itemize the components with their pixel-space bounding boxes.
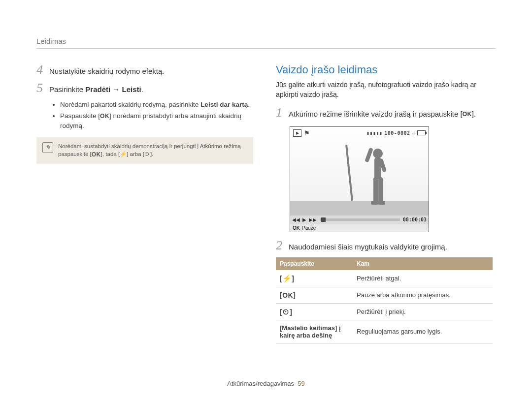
- fwd-icon: ▶▶: [309, 217, 317, 222]
- svg-rect-6: [371, 201, 378, 205]
- breadcrumb: Leidimas: [36, 37, 496, 48]
- note-box: ✎ Norėdami sustabdyti skaidrių demonstra…: [36, 137, 253, 163]
- bullet1b: Leisti dar kartą: [200, 101, 248, 108]
- battery-icon: [417, 130, 426, 135]
- time-text: 00:00:03: [403, 217, 429, 222]
- footer-text: Atkūrimas/redagavimas: [227, 380, 294, 387]
- bullet-1: Norėdami pakartoti skaidrių rodymą, pasi…: [60, 100, 253, 110]
- svg-rect-7: [378, 201, 385, 205]
- step-1: 1 Atkūrimo režime išrinkite vaizdo įrašą…: [276, 106, 493, 120]
- video-screen-preview: ▶ ⚑ ▮▮▮▮▮ 100-0002 ▭: [290, 126, 493, 232]
- step5-bold: Pradėti → Leisti: [85, 85, 141, 93]
- step5-prefix: Pasirinkite: [49, 85, 85, 93]
- step-5: 5 Pasirinkite Pradėti → Leisti.: [36, 82, 253, 95]
- bullet1c: .: [248, 101, 250, 108]
- step-4: 4 Nustatykite skaidrių rodymo efektą.: [36, 63, 253, 77]
- desc-3: Reguliuojamas garsumo lygis.: [353, 320, 493, 343]
- table-row: [⚡] Peržiūrėti atgal.: [276, 270, 493, 287]
- svg-rect-4: [373, 177, 378, 203]
- ok-icon: OK: [100, 113, 109, 120]
- progress-bar: ◀◀ ▶ ▶▶ 00:00:03: [290, 216, 429, 224]
- step5-bullets: Norėdami pakartoti skaidrių rodymą, pasi…: [60, 100, 253, 131]
- left-column: 4 Nustatykite skaidrių rodymo efektą. 5 …: [36, 63, 253, 343]
- note-mid: ], tada [: [101, 151, 120, 157]
- timer-icon: [⏲]: [280, 308, 292, 316]
- step5-suffix: .: [141, 85, 143, 93]
- th-press: Paspauskite: [276, 257, 353, 270]
- step-2-text: Naudodamiesi šiais mygtukais valdykite g…: [289, 242, 447, 252]
- flash-icon: ⚡: [120, 151, 127, 157]
- step-number-4: 4: [36, 63, 49, 76]
- step-1-text: Atkūrimo režime išrinkite vaizdo įrašą i…: [289, 109, 476, 120]
- step-number-1: 1: [276, 106, 289, 119]
- note-mid2: ] arba [: [127, 151, 144, 157]
- table-row: [OK] Pauzė arba atkūrimo pratęsimas.: [276, 287, 493, 303]
- step-number-5: 5: [36, 82, 49, 94]
- svg-point-0: [373, 149, 383, 158]
- step1a: Atkūrimo režime išrinkite vaizdo įrašą i…: [289, 110, 463, 118]
- flag-icon: ⚑: [304, 129, 310, 137]
- section-title: Vaizdo įrašo leidimas: [276, 63, 493, 76]
- right-column: Vaizdo įrašo leidimas Jūs galite atkurti…: [276, 63, 493, 343]
- zoom-label: [Mastelio keitimas] į kairę arba dešinę: [280, 324, 341, 339]
- desc-2: Peržiūrėti į priekį.: [353, 303, 493, 320]
- page-footer: Atkūrimas/redagavimas 59: [0, 380, 532, 387]
- step-4-text: Nustatykite skaidrių rodymo efektą.: [49, 66, 164, 77]
- flash-icon: [⚡]: [280, 274, 294, 282]
- bullet1a: Norėdami pakartoti skaidrių rodymą, pasi…: [60, 101, 200, 108]
- step-5-text: Pasirinkite Pradėti → Leisti.: [49, 84, 143, 95]
- card-icon: ▭: [412, 130, 415, 136]
- table-row: [⏲] Peržiūrėti į priekį.: [276, 303, 493, 320]
- note-icon: ✎: [42, 142, 53, 153]
- desc-0: Peržiūrėti atgal.: [353, 270, 493, 287]
- bullet-2: Paspauskite [OK] norėdami pristabdyti ar…: [60, 111, 253, 130]
- note-text: Norėdami sustabdyti skaidrių demonstraci…: [58, 142, 247, 158]
- step1b: ].: [472, 110, 476, 118]
- ok-label: OK: [293, 225, 300, 231]
- note-end: ].: [150, 151, 153, 157]
- controls-table: Paspauskite Kam [⚡] Peržiūrėti atgal. [O…: [276, 257, 493, 343]
- step-2: 2 Naudodamiesi šiais mygtukais valdykite…: [276, 239, 493, 252]
- ok-icon: [OK]: [280, 291, 296, 299]
- bullet2a: Paspauskite [: [60, 112, 100, 120]
- table-row: [Mastelio keitimas] į kairę arba dešinę …: [276, 320, 493, 343]
- ok-bar: OK Pauzė: [290, 224, 429, 232]
- person-silhouette: [363, 147, 391, 216]
- ok-icon: OK: [463, 111, 472, 118]
- th-for: Kam: [353, 257, 493, 270]
- step-number-2: 2: [276, 239, 289, 252]
- counter-text: 100-0002: [384, 130, 410, 136]
- page-number: 59: [298, 380, 304, 387]
- pause-label: Pauzė: [302, 225, 316, 231]
- play-icon: ▶: [302, 217, 306, 222]
- rewind-icon: ◀◀: [292, 217, 300, 222]
- svg-rect-5: [378, 177, 383, 203]
- intro-text: Jūs galite atkurti vaizdo įrašą, nufotog…: [276, 80, 493, 99]
- timer-icon: ⏲: [144, 151, 150, 157]
- header-rule: [36, 48, 496, 49]
- desc-1: Pauzė arba atkūrimo pratęsimas.: [353, 287, 493, 303]
- svg-rect-2: [365, 147, 373, 162]
- playmode-icon: ▶: [293, 129, 301, 137]
- note-ok: OK: [92, 151, 101, 158]
